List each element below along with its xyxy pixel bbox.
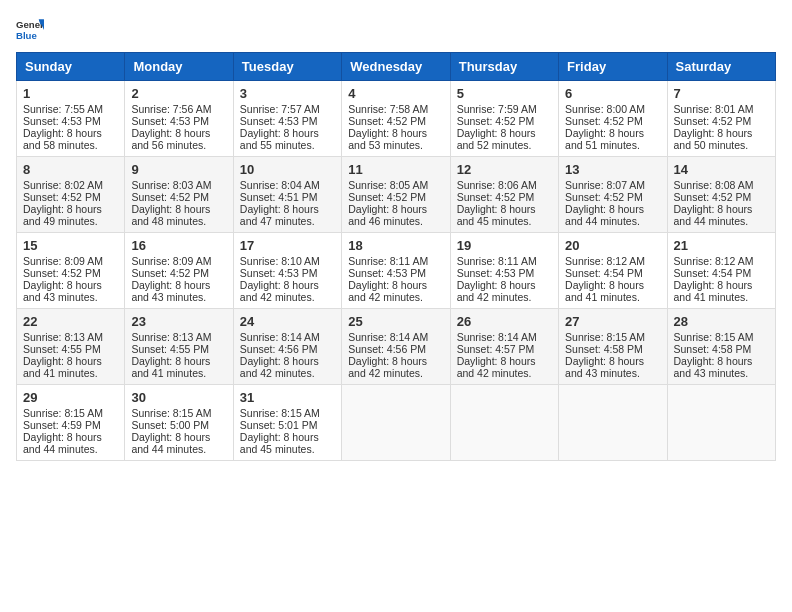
calendar-day-cell: 14Sunrise: 8:08 AMSunset: 4:52 PMDayligh…: [667, 157, 775, 233]
day-info-line: and 42 minutes.: [240, 291, 335, 303]
day-info-line: Daylight: 8 hours: [240, 127, 335, 139]
logo: General Blue: [16, 16, 48, 44]
day-number: 7: [674, 86, 769, 101]
day-number: 2: [131, 86, 226, 101]
day-info-line: Sunset: 4:55 PM: [23, 343, 118, 355]
calendar-day-cell: 16Sunrise: 8:09 AMSunset: 4:52 PMDayligh…: [125, 233, 233, 309]
day-number: 27: [565, 314, 660, 329]
day-info-line: Sunset: 4:52 PM: [457, 191, 552, 203]
day-number: 1: [23, 86, 118, 101]
day-info-line: Daylight: 8 hours: [23, 279, 118, 291]
day-info-line: Sunrise: 8:00 AM: [565, 103, 660, 115]
svg-text:Blue: Blue: [16, 30, 37, 41]
day-info-line: Sunrise: 8:12 AM: [565, 255, 660, 267]
day-number: 17: [240, 238, 335, 253]
calendar-day-cell: 25Sunrise: 8:14 AMSunset: 4:56 PMDayligh…: [342, 309, 450, 385]
calendar-day-cell: [667, 385, 775, 461]
day-number: 13: [565, 162, 660, 177]
weekday-header-thursday: Thursday: [450, 53, 558, 81]
day-info-line: Sunset: 4:53 PM: [23, 115, 118, 127]
day-info-line: and 49 minutes.: [23, 215, 118, 227]
day-info-line: Sunrise: 8:14 AM: [348, 331, 443, 343]
weekday-header-wednesday: Wednesday: [342, 53, 450, 81]
day-info-line: and 45 minutes.: [457, 215, 552, 227]
day-info-line: Daylight: 8 hours: [23, 431, 118, 443]
day-info-line: and 42 minutes.: [240, 367, 335, 379]
calendar-day-cell: 5Sunrise: 7:59 AMSunset: 4:52 PMDaylight…: [450, 81, 558, 157]
day-number: 4: [348, 86, 443, 101]
calendar-day-cell: [559, 385, 667, 461]
day-info-line: Sunrise: 8:06 AM: [457, 179, 552, 191]
day-info-line: Sunrise: 8:03 AM: [131, 179, 226, 191]
day-number: 24: [240, 314, 335, 329]
day-info-line: Daylight: 8 hours: [131, 203, 226, 215]
day-info-line: Sunrise: 7:59 AM: [457, 103, 552, 115]
day-info-line: and 41 minutes.: [565, 291, 660, 303]
day-number: 10: [240, 162, 335, 177]
day-info-line: Daylight: 8 hours: [565, 279, 660, 291]
calendar-day-cell: 19Sunrise: 8:11 AMSunset: 4:53 PMDayligh…: [450, 233, 558, 309]
day-info-line: Sunset: 4:52 PM: [348, 115, 443, 127]
day-number: 8: [23, 162, 118, 177]
calendar-day-cell: [342, 385, 450, 461]
day-info-line: Sunset: 5:01 PM: [240, 419, 335, 431]
day-info-line: and 42 minutes.: [348, 367, 443, 379]
day-info-line: Sunset: 4:52 PM: [565, 115, 660, 127]
day-info-line: Sunrise: 8:14 AM: [240, 331, 335, 343]
day-info-line: Daylight: 8 hours: [565, 127, 660, 139]
day-info-line: Sunrise: 8:15 AM: [131, 407, 226, 419]
day-info-line: Sunrise: 7:58 AM: [348, 103, 443, 115]
calendar-day-cell: 9Sunrise: 8:03 AMSunset: 4:52 PMDaylight…: [125, 157, 233, 233]
day-info-line: Daylight: 8 hours: [674, 127, 769, 139]
day-info-line: Sunrise: 8:09 AM: [23, 255, 118, 267]
day-info-line: and 41 minutes.: [23, 367, 118, 379]
day-info-line: Daylight: 8 hours: [131, 279, 226, 291]
calendar-day-cell: 26Sunrise: 8:14 AMSunset: 4:57 PMDayligh…: [450, 309, 558, 385]
calendar-week-row: 1Sunrise: 7:55 AMSunset: 4:53 PMDaylight…: [17, 81, 776, 157]
day-info-line: Sunrise: 8:14 AM: [457, 331, 552, 343]
day-info-line: Sunset: 4:54 PM: [565, 267, 660, 279]
day-info-line: Daylight: 8 hours: [131, 355, 226, 367]
day-info-line: Sunset: 4:56 PM: [348, 343, 443, 355]
day-info-line: Sunrise: 8:15 AM: [240, 407, 335, 419]
day-number: 15: [23, 238, 118, 253]
day-info-line: Daylight: 8 hours: [457, 127, 552, 139]
day-info-line: Daylight: 8 hours: [674, 355, 769, 367]
calendar-day-cell: 29Sunrise: 8:15 AMSunset: 4:59 PMDayligh…: [17, 385, 125, 461]
day-info-line: and 44 minutes.: [23, 443, 118, 455]
calendar-day-cell: 1Sunrise: 7:55 AMSunset: 4:53 PMDaylight…: [17, 81, 125, 157]
calendar-day-cell: 8Sunrise: 8:02 AMSunset: 4:52 PMDaylight…: [17, 157, 125, 233]
day-info-line: and 44 minutes.: [674, 215, 769, 227]
day-info-line: Daylight: 8 hours: [240, 355, 335, 367]
day-info-line: and 56 minutes.: [131, 139, 226, 151]
day-info-line: and 42 minutes.: [457, 367, 552, 379]
day-info-line: Daylight: 8 hours: [240, 203, 335, 215]
day-number: 5: [457, 86, 552, 101]
day-info-line: and 55 minutes.: [240, 139, 335, 151]
day-info-line: Daylight: 8 hours: [348, 203, 443, 215]
day-info-line: Sunrise: 7:57 AM: [240, 103, 335, 115]
day-info-line: Sunset: 4:56 PM: [240, 343, 335, 355]
day-info-line: Daylight: 8 hours: [348, 127, 443, 139]
calendar-week-row: 22Sunrise: 8:13 AMSunset: 4:55 PMDayligh…: [17, 309, 776, 385]
day-info-line: Sunset: 4:53 PM: [240, 267, 335, 279]
day-number: 12: [457, 162, 552, 177]
day-info-line: Daylight: 8 hours: [457, 355, 552, 367]
calendar-day-cell: 3Sunrise: 7:57 AMSunset: 4:53 PMDaylight…: [233, 81, 341, 157]
day-info-line: and 46 minutes.: [348, 215, 443, 227]
weekday-header-sunday: Sunday: [17, 53, 125, 81]
logo-icon: General Blue: [16, 16, 44, 44]
calendar-header-row: SundayMondayTuesdayWednesdayThursdayFrid…: [17, 53, 776, 81]
calendar-day-cell: 27Sunrise: 8:15 AMSunset: 4:58 PMDayligh…: [559, 309, 667, 385]
day-info-line: Sunset: 4:52 PM: [348, 191, 443, 203]
calendar-day-cell: 13Sunrise: 8:07 AMSunset: 4:52 PMDayligh…: [559, 157, 667, 233]
day-info-line: Sunset: 4:58 PM: [674, 343, 769, 355]
day-info-line: and 58 minutes.: [23, 139, 118, 151]
day-info-line: and 51 minutes.: [565, 139, 660, 151]
calendar-day-cell: 18Sunrise: 8:11 AMSunset: 4:53 PMDayligh…: [342, 233, 450, 309]
day-info-line: Daylight: 8 hours: [23, 127, 118, 139]
calendar-day-cell: 15Sunrise: 8:09 AMSunset: 4:52 PMDayligh…: [17, 233, 125, 309]
day-info-line: Daylight: 8 hours: [674, 203, 769, 215]
calendar-day-cell: 30Sunrise: 8:15 AMSunset: 5:00 PMDayligh…: [125, 385, 233, 461]
page-header: General Blue: [16, 16, 776, 44]
